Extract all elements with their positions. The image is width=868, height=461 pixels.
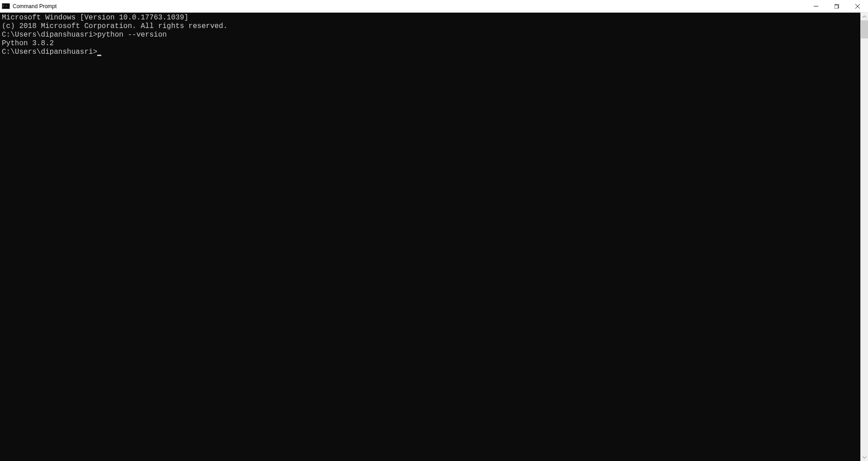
window: Command Prompt Microsoft Windows [Versio…	[0, 0, 868, 461]
close-button[interactable]	[847, 0, 868, 12]
chevron-up-icon	[863, 15, 866, 19]
terminal-line: Python 3.8.2	[2, 39, 859, 48]
scroll-down-button[interactable]	[861, 453, 868, 461]
minimize-button[interactable]	[806, 0, 826, 12]
close-icon	[855, 4, 860, 9]
svg-rect-1	[835, 5, 838, 9]
terminal-line: (c) 2018 Microsoft Corporation. All righ…	[2, 22, 859, 31]
titlebar[interactable]: Command Prompt	[0, 0, 868, 13]
terminal-output[interactable]: Microsoft Windows [Version 10.0.17763.10…	[0, 13, 860, 461]
scroll-up-button[interactable]	[861, 13, 868, 20]
chevron-down-icon	[863, 456, 866, 459]
scroll-track[interactable]	[861, 20, 868, 453]
content-area: Microsoft Windows [Version 10.0.17763.10…	[0, 13, 868, 461]
scroll-thumb[interactable]	[861, 20, 868, 38]
cursor	[97, 55, 101, 56]
cmd-prompt-icon	[2, 3, 10, 9]
window-title: Command Prompt	[13, 3, 57, 9]
terminal-prompt: C:\Users\dipanshuasri>	[2, 48, 97, 56]
minimize-icon	[814, 4, 818, 9]
window-controls	[806, 0, 868, 12]
maximize-icon	[835, 4, 839, 9]
terminal-line: C:\Users\dipanshuasri>	[2, 48, 859, 56]
terminal-line: Microsoft Windows [Version 10.0.17763.10…	[2, 14, 859, 22]
vertical-scrollbar[interactable]	[860, 13, 868, 461]
maximize-button[interactable]	[826, 0, 847, 12]
titlebar-left: Command Prompt	[0, 3, 57, 9]
terminal-line: C:\Users\dipanshuasri>python --version	[2, 31, 859, 39]
